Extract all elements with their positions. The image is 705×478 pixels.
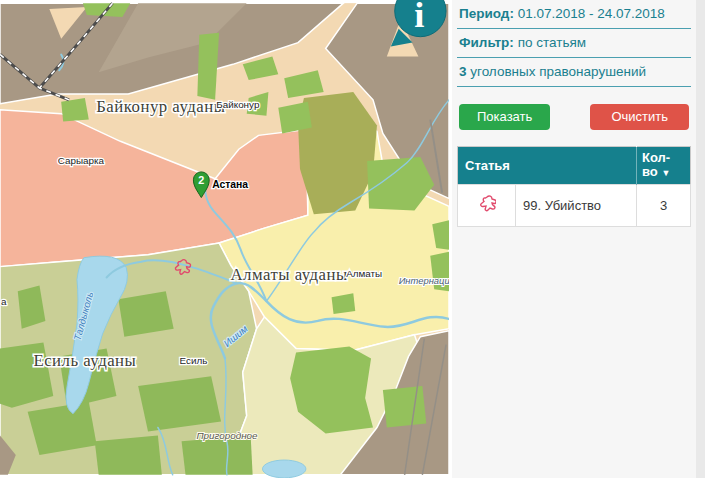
place-label: Алматы bbox=[346, 268, 382, 279]
place-label: Есиль bbox=[180, 355, 208, 366]
article-name-cell: 99. Убийство bbox=[516, 185, 637, 227]
articles-table: Статья Кол-во ▼ 99. Убийство 3 bbox=[457, 146, 691, 227]
place-label: а bbox=[1, 296, 7, 307]
district-label: Байконур ауданы bbox=[96, 97, 225, 116]
scrollbar-track[interactable] bbox=[696, 0, 705, 478]
article-count-cell: 3 bbox=[637, 185, 691, 227]
info-icon: i bbox=[414, 0, 424, 35]
show-button[interactable]: Показать bbox=[459, 104, 550, 130]
article-icon-cell bbox=[458, 185, 516, 227]
clear-button[interactable]: Очистить bbox=[590, 104, 689, 130]
filter-label: Фильтр: bbox=[459, 35, 514, 50]
city-label: Астана bbox=[212, 179, 248, 190]
map-canvas[interactable]: 2 Байконур ауданы Алматы ауданы Есиль ау… bbox=[0, 0, 452, 478]
column-header-article[interactable]: Статья bbox=[458, 147, 637, 185]
column-header-count[interactable]: Кол-во ▼ bbox=[637, 147, 691, 185]
table-header-row: Статья Кол-во ▼ bbox=[458, 147, 691, 185]
period-row: Период: 01.07.2018 - 24.07.2018 bbox=[457, 0, 691, 29]
svg-text:2: 2 bbox=[198, 174, 204, 186]
place-label: Сарыарка bbox=[58, 155, 105, 166]
count-row: 3 уголовных правонарушений bbox=[457, 58, 691, 87]
violations-count-text: уголовных правонарушений bbox=[470, 64, 646, 79]
filter-panel: Период: 01.07.2018 - 24.07.2018 Фильтр: … bbox=[452, 0, 705, 478]
action-buttons: Показать Очистить bbox=[457, 104, 691, 130]
body-outline-icon bbox=[478, 195, 496, 213]
violations-count: 3 bbox=[459, 64, 467, 79]
filter-row: Фильтр: по статьям bbox=[457, 29, 691, 58]
filter-value: по статьям bbox=[518, 35, 586, 50]
place-label: Байконур bbox=[216, 99, 260, 110]
district-label: Есиль ауданы bbox=[33, 351, 136, 370]
crime-map-app: 2 Байконур ауданы Алматы ауданы Есиль ау… bbox=[0, 0, 705, 478]
district-label: Алматы ауданы bbox=[230, 265, 347, 284]
period-label: Период: bbox=[459, 6, 514, 21]
sort-desc-icon: ▼ bbox=[661, 168, 670, 178]
table-row[interactable]: 99. Убийство 3 bbox=[458, 185, 691, 227]
area-label: Интернацио bbox=[399, 276, 449, 286]
period-value: 01.07.2018 - 24.07.2018 bbox=[518, 6, 665, 21]
area-label: Пригородное bbox=[196, 430, 258, 441]
